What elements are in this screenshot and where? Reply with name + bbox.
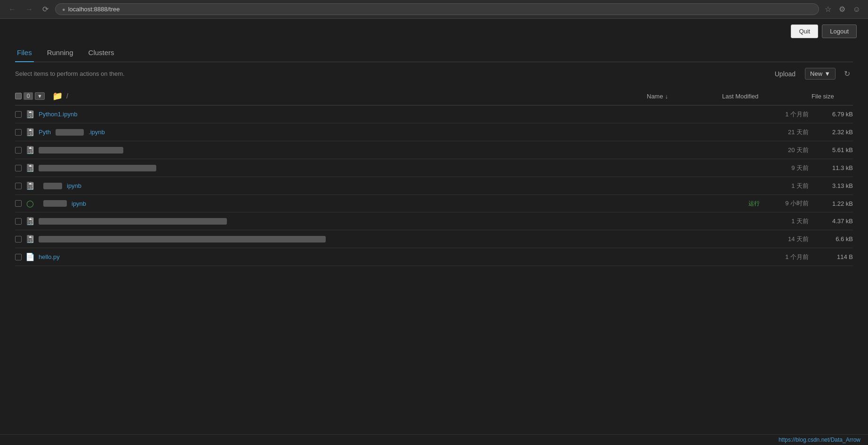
upload-button[interactable]: Upload xyxy=(771,68,799,80)
new-dropdown-icon: ▼ xyxy=(824,70,830,77)
file-list-header: 0 ▼ 📁 / Name ↓ Last Modified File size xyxy=(15,87,853,105)
file-size: 4.37 kB xyxy=(820,218,853,225)
tab-running[interactable]: Running xyxy=(45,44,75,62)
row-right: 14 天前 6.6 kB xyxy=(764,235,853,243)
file-modified: 9 天前 xyxy=(764,164,820,172)
new-button[interactable]: New ▼ xyxy=(805,68,836,80)
file-modified: 14 天前 xyxy=(764,235,820,243)
main-content: Files Running Clusters Select items to p… xyxy=(0,44,868,266)
url-text: localhost:8888/tree xyxy=(68,6,120,13)
col-header-size[interactable]: File size xyxy=(812,93,849,100)
select-all-checkbox[interactable] xyxy=(15,93,22,99)
file-name-blurred xyxy=(39,147,123,154)
table-row[interactable]: 📓 14 天前 6.6 kB xyxy=(15,230,853,248)
file-modified: 1 个月前 xyxy=(764,110,820,119)
row-checkbox[interactable] xyxy=(15,218,22,225)
row-left: 📓 xyxy=(15,163,764,172)
file-size: 2.32 kB xyxy=(820,129,853,136)
row-left: 📄 hello.py xyxy=(15,252,764,261)
file-name-suffix[interactable]: ipynb xyxy=(67,182,81,189)
row-left: 📓 ipynb xyxy=(15,181,764,190)
toolbar-hint: Select items to perform actions on them. xyxy=(15,70,125,77)
file-name-blurred xyxy=(43,183,62,189)
profile-button[interactable]: ☺ xyxy=(851,3,862,16)
refresh-button[interactable]: ↻ xyxy=(841,68,853,79)
folder-icon: 📁 xyxy=(52,91,63,101)
notebook-icon: 📓 xyxy=(25,181,35,190)
tab-files[interactable]: Files xyxy=(15,44,34,62)
table-row[interactable]: 📄 hello.py 1 个月前 114 B xyxy=(15,248,853,266)
file-size: 5.61 kB xyxy=(820,146,853,154)
row-left: 📓 Pyth.ipynb xyxy=(15,128,764,137)
running-label: 运行 xyxy=(748,200,760,208)
checkbox-dropdown[interactable]: ▼ xyxy=(35,92,45,100)
browser-chrome: ← → ⟳ ● localhost:8888/tree ☆ ⚙ ☺ xyxy=(0,0,868,19)
bookmark-button[interactable]: ☆ xyxy=(823,3,833,16)
file-name[interactable]: hello.py xyxy=(39,253,60,260)
file-modified: 1 天前 xyxy=(764,217,820,226)
row-left: 📓 xyxy=(15,235,764,243)
row-right: 1 个月前 114 B xyxy=(764,253,853,261)
tab-clusters[interactable]: Clusters xyxy=(87,44,116,62)
notebook-icon: 📓 xyxy=(25,110,35,119)
table-row[interactable]: 📓 20 天前 5.61 kB xyxy=(15,141,853,159)
file-size: 3.13 kB xyxy=(820,182,853,189)
notebook-icon: 📓 xyxy=(25,235,35,243)
row-right: 21 天前 2.32 kB xyxy=(764,128,853,137)
row-left: 📓 Python1.ipynb xyxy=(15,110,764,119)
browser-actions: ☆ ⚙ ☺ xyxy=(823,3,862,16)
extensions-button[interactable]: ⚙ xyxy=(837,3,847,16)
toolbar-right: Upload New ▼ ↻ xyxy=(771,68,853,80)
col-header-name[interactable]: Name ↓ xyxy=(647,93,703,100)
row-checkbox[interactable] xyxy=(15,254,22,260)
checkbox-area: 0 ▼ xyxy=(15,92,45,100)
file-name-blurred xyxy=(56,129,84,136)
row-checkbox[interactable] xyxy=(15,147,22,154)
row-checkbox[interactable] xyxy=(15,129,22,136)
row-checkbox[interactable] xyxy=(15,165,22,171)
table-row[interactable]: 📓 1 天前 4.37 kB xyxy=(15,212,853,230)
python-icon: 📄 xyxy=(25,252,35,261)
url-bar[interactable]: ● localhost:8888/tree xyxy=(55,3,819,15)
app-header: Quit Logout xyxy=(0,19,868,44)
table-row[interactable]: 📓 ipynb 1 天前 3.13 kB xyxy=(15,177,853,195)
notebook-icon: 📓 xyxy=(25,163,35,172)
file-modified: 21 天前 xyxy=(764,128,820,137)
notebook-icon: 📓 xyxy=(25,217,35,226)
logout-button[interactable]: Logout xyxy=(822,24,857,38)
row-left: ◯ ipynb xyxy=(15,200,748,207)
running-notebook-icon: ◯ xyxy=(25,200,35,207)
file-size: 11.3 kB xyxy=(820,164,853,171)
row-checkbox[interactable] xyxy=(15,183,22,189)
tabs: Files Running Clusters xyxy=(15,44,853,62)
file-modified: 20 天前 xyxy=(764,146,820,154)
quit-button[interactable]: Quit xyxy=(791,24,818,38)
file-name-prefix[interactable]: Pyth xyxy=(39,129,51,136)
file-name-blurred xyxy=(39,165,156,171)
table-row[interactable]: 📓 Python1.ipynb 1 个月前 6.79 kB xyxy=(15,105,853,123)
file-size: 6.6 kB xyxy=(820,235,853,243)
file-name-blurred xyxy=(39,236,326,243)
file-modified: 1 天前 xyxy=(764,182,820,190)
table-row[interactable]: 📓 Pyth.ipynb 21 天前 2.32 kB xyxy=(15,123,853,141)
file-name[interactable]: Python1.ipynb xyxy=(39,111,77,118)
sort-arrow-icon: ↓ xyxy=(665,93,668,100)
table-row[interactable]: ◯ ipynb 运行 9 小时前 1.22 kB xyxy=(15,195,853,212)
reload-button[interactable]: ⟳ xyxy=(40,4,51,15)
row-checkbox[interactable] xyxy=(15,236,22,243)
col-header-modified[interactable]: Last Modified xyxy=(722,93,793,100)
table-row[interactable]: 📓 9 天前 11.3 kB xyxy=(15,159,853,177)
row-checkbox[interactable] xyxy=(15,200,22,207)
file-list: 📓 Python1.ipynb 1 个月前 6.79 kB 📓 Pyth.ipy… xyxy=(15,105,853,266)
row-right: 1 天前 4.37 kB xyxy=(764,217,853,226)
row-right: 1 个月前 6.79 kB xyxy=(764,110,853,119)
row-right: 20 天前 5.61 kB xyxy=(764,146,853,154)
back-button[interactable]: ← xyxy=(6,4,19,15)
file-name-suffix[interactable]: .ipynb xyxy=(88,129,105,136)
row-right: 运行 9 小时前 1.22 kB xyxy=(748,199,853,208)
file-name-suffix[interactable]: ipynb xyxy=(72,200,86,207)
file-size: 114 B xyxy=(820,253,853,260)
row-checkbox[interactable] xyxy=(15,111,22,118)
forward-button[interactable]: → xyxy=(23,4,36,15)
row-right: 1 天前 3.13 kB xyxy=(764,182,853,190)
